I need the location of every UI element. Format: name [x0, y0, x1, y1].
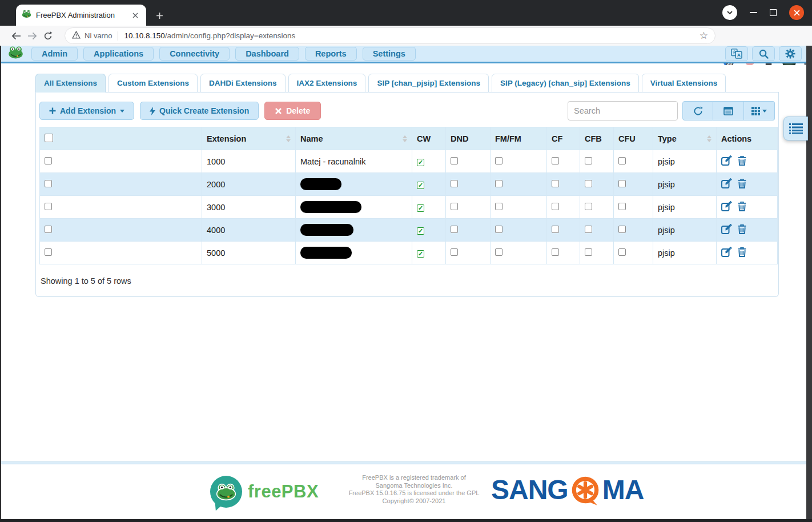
name-cell[interactable]	[296, 173, 412, 196]
dnd-checkbox[interactable]	[451, 180, 458, 187]
trash-icon[interactable]	[738, 201, 746, 211]
cf-checkbox[interactable]	[552, 203, 559, 210]
cfu-checkbox[interactable]	[618, 180, 626, 187]
window-menu-button[interactable]	[722, 5, 737, 20]
fmfm-checkbox[interactable]	[495, 203, 503, 210]
window-maximize-button[interactable]	[770, 9, 777, 16]
edit-icon[interactable]	[721, 155, 732, 166]
extension-cell[interactable]: 4000	[202, 219, 296, 242]
column-header-name[interactable]: Name	[296, 127, 412, 150]
row-checkbox[interactable]	[45, 203, 52, 210]
cfu-checkbox[interactable]	[618, 203, 626, 210]
select-all-checkbox[interactable]	[45, 134, 53, 142]
tab-all-extensions[interactable]: All Extensions	[35, 74, 106, 93]
forward-icon[interactable]	[24, 28, 40, 44]
fmfm-checkbox[interactable]	[495, 157, 503, 164]
extension-cell[interactable]: 3000	[202, 196, 296, 219]
fmfm-checkbox[interactable]	[495, 248, 503, 256]
name-cell[interactable]	[296, 242, 412, 264]
security-warning-icon[interactable]	[72, 31, 81, 41]
cf-checkbox[interactable]	[552, 248, 559, 256]
bookmark-star-icon[interactable]: ☆	[700, 30, 708, 42]
search-icon[interactable]	[752, 46, 775, 61]
row-checkbox[interactable]	[45, 157, 52, 164]
refresh-icon[interactable]	[682, 101, 713, 121]
trash-icon[interactable]	[738, 155, 746, 166]
search-input[interactable]	[568, 101, 678, 121]
sidebar-toggle-button[interactable]	[783, 117, 808, 140]
sort-icon[interactable]	[707, 135, 711, 142]
fmfm-checkbox[interactable]	[495, 226, 503, 233]
gear-icon[interactable]	[779, 46, 802, 61]
edit-icon[interactable]	[721, 201, 732, 211]
tab-virtual-extensions[interactable]: Virtual Extensions	[642, 74, 726, 93]
cf-checkbox[interactable]	[552, 180, 559, 187]
window-close-button[interactable]	[789, 5, 804, 20]
cfb-checkbox[interactable]	[585, 157, 592, 164]
cfu-checkbox[interactable]	[618, 248, 626, 256]
row-checkbox[interactable]	[45, 180, 52, 187]
trash-icon[interactable]	[738, 178, 746, 188]
cfb-checkbox[interactable]	[585, 248, 592, 256]
tab-close-icon[interactable]	[130, 10, 140, 21]
quick-create-extension-button[interactable]: Quick Create Extension	[140, 102, 259, 120]
new-tab-button[interactable]	[152, 8, 167, 23]
add-extension-button[interactable]: Add Extension	[39, 102, 134, 120]
toggle-view-icon[interactable]	[713, 101, 744, 121]
extension-cell[interactable]: 5000	[202, 242, 296, 264]
extension-cell[interactable]: 1000	[202, 150, 296, 173]
language-icon[interactable]: A	[725, 46, 748, 61]
edit-icon[interactable]	[721, 247, 732, 257]
menu-item-dashboard[interactable]: Dashboard	[235, 47, 299, 61]
browser-tab[interactable]: FreePBX Administration	[16, 5, 146, 26]
menu-item-applications[interactable]: Applications	[83, 47, 154, 61]
name-cell[interactable]	[296, 219, 412, 242]
sort-icon[interactable]	[403, 135, 407, 142]
menu-item-connectivity[interactable]: Connectivity	[159, 47, 230, 61]
menu-item-settings[interactable]: Settings	[363, 47, 416, 61]
columns-icon[interactable]	[744, 101, 775, 121]
dnd-checkbox[interactable]	[451, 248, 458, 256]
cf-checkbox[interactable]	[552, 226, 559, 233]
row-checkbox[interactable]	[45, 226, 52, 233]
freepbx-logo-icon[interactable]	[8, 46, 23, 62]
back-icon[interactable]	[8, 28, 24, 44]
column-header-extension[interactable]: Extension	[202, 127, 296, 150]
tab-sip-chan-pjsip-extensions[interactable]: SIP [chan_pjsip] Extensions	[368, 74, 489, 93]
dnd-checkbox[interactable]	[451, 203, 458, 210]
url-bar[interactable]: Ni varno 10.10.8.150/admin/config.php?di…	[65, 27, 715, 44]
cfb-checkbox[interactable]	[585, 203, 592, 210]
security-label[interactable]: Ni varno	[85, 31, 112, 40]
tab-iax2-extensions[interactable]: IAX2 Extensions	[288, 74, 366, 93]
tab-dahdi-extensions[interactable]: DAHDi Extensions	[200, 74, 286, 93]
cw-checkbox[interactable]	[417, 227, 424, 235]
cfu-checkbox[interactable]	[618, 157, 626, 164]
reload-icon[interactable]	[40, 28, 56, 44]
cfb-checkbox[interactable]	[585, 180, 592, 187]
sort-icon[interactable]	[286, 135, 291, 142]
edit-icon[interactable]	[721, 178, 732, 188]
cw-checkbox[interactable]	[417, 250, 424, 258]
dnd-checkbox[interactable]	[451, 157, 458, 164]
name-cell[interactable]	[296, 196, 412, 219]
tab-custom-extensions[interactable]: Custom Extensions	[108, 74, 198, 93]
trash-icon[interactable]	[738, 247, 746, 257]
delete-button[interactable]: Delete	[264, 102, 321, 120]
cf-checkbox[interactable]	[552, 157, 559, 164]
menu-item-reports[interactable]: Reports	[305, 47, 357, 61]
cfu-checkbox[interactable]	[618, 226, 626, 233]
row-checkbox[interactable]	[45, 248, 52, 256]
trash-icon[interactable]	[738, 224, 746, 234]
window-minimize-button[interactable]	[750, 12, 757, 13]
cw-checkbox[interactable]	[417, 204, 424, 212]
cw-checkbox[interactable]	[417, 182, 424, 189]
column-header-type[interactable]: Type	[653, 127, 717, 150]
cw-checkbox[interactable]	[417, 159, 424, 166]
tab-sip-legacy-chan-sip-extensions[interactable]: SIP (Legacy) [chan_sip] Extensions	[492, 74, 639, 93]
edit-icon[interactable]	[721, 224, 732, 234]
name-cell[interactable]: Matej - racunalnik	[296, 150, 412, 173]
dnd-checkbox[interactable]	[451, 226, 458, 233]
extension-cell[interactable]: 2000	[202, 173, 296, 196]
menu-item-admin[interactable]: Admin	[31, 47, 78, 61]
cfb-checkbox[interactable]	[585, 226, 592, 233]
